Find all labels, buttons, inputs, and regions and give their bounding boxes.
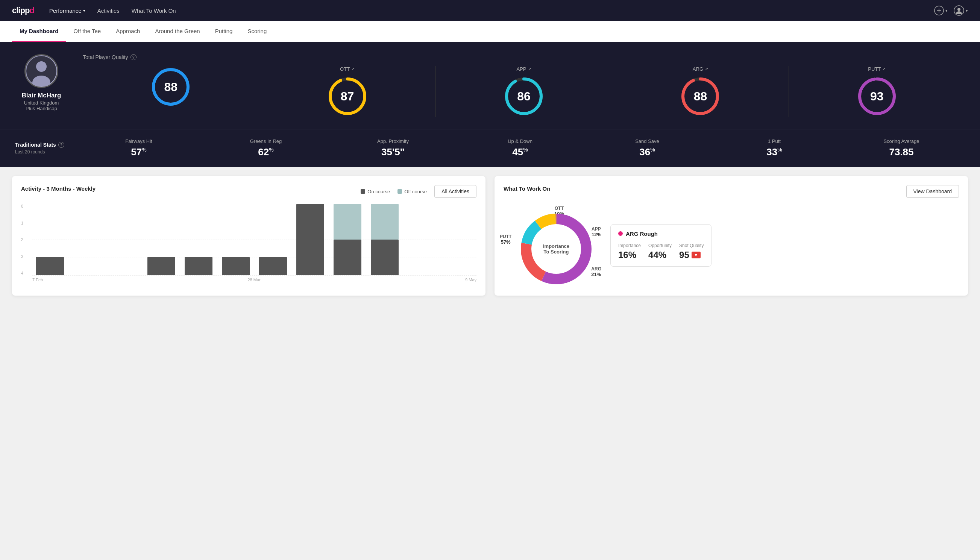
arg-stat-opportunity: Opportunity 44% [648, 243, 672, 260]
donut-center: Importance To Scoring [543, 243, 569, 255]
chevron-down-icon-add: ▾ [945, 8, 948, 13]
ott-arrow-icon: ↗ [351, 67, 354, 72]
stat-items: Fairways Hit 57%Greens In Reg 62%App. Pr… [75, 138, 965, 158]
bar-on-course-5 [222, 257, 250, 275]
nav-performance[interactable]: Performance ▾ [49, 8, 85, 14]
user-menu-button[interactable]: ▾ [954, 5, 968, 16]
bar-group-9 [367, 204, 402, 275]
y-label-1: 1 [21, 221, 23, 225]
stat-item-6: Scoring Average 73.85 [838, 138, 965, 158]
tab-putting[interactable]: Putting [208, 21, 240, 42]
stat-item-3: Up & Down 45% [456, 138, 584, 158]
donut-center-line1: Importance [543, 243, 569, 249]
tab-around-the-green[interactable]: Around the Green [147, 21, 207, 42]
chart-legend: On course Off course [361, 189, 427, 195]
what-to-work-on-card: What To Work On View Dashboard OTT 10% A… [494, 176, 968, 296]
top-navigation: clippd Performance ▾ Activities What To … [0, 0, 980, 21]
tab-scoring[interactable]: Scoring [240, 21, 274, 42]
scores-grid: 88 OTT ↗ 87 [83, 66, 965, 117]
grid-line-0 [32, 275, 476, 276]
tabs-bar: My Dashboard Off the Tee Approach Around… [0, 21, 980, 42]
donut-chart: Importance To Scoring [515, 208, 597, 290]
stats-label: Traditional Stats ? [15, 142, 75, 148]
stats-label-block: Traditional Stats ? Last 20 rounds [15, 142, 75, 155]
player-country: United Kingdom [24, 100, 59, 106]
bar-on-course-4 [185, 257, 213, 275]
activity-chart-card: Activity - 3 Months - Weekly On course O… [12, 176, 486, 296]
y-label-3: 3 [21, 254, 23, 259]
view-dashboard-button[interactable]: View Dashboard [906, 185, 959, 198]
circle-ott: 87 [327, 76, 368, 117]
putt-value: 93 [870, 90, 884, 103]
arg-stat-importance: Importance 16% [618, 243, 641, 260]
bar-on-course-9 [371, 240, 399, 275]
circle-app: 86 [503, 76, 544, 117]
logo-text: clippd [12, 6, 34, 15]
badge-down-icon: ▼ [692, 252, 700, 258]
bar-on-course-3 [147, 257, 175, 275]
logo[interactable]: clippd [12, 6, 34, 15]
activity-card-header: Activity - 3 Months - Weekly On course O… [21, 185, 476, 198]
hero-section: Blair McHarg United Kingdom Plus Handica… [0, 42, 980, 129]
activity-chart-title: Activity - 3 Months - Weekly [21, 185, 95, 192]
legend-off-course: Off course [398, 189, 427, 195]
arg-stats: Importance 16% Opportunity 44% Shot Qual… [618, 243, 704, 260]
app-arrow-icon: ↗ [528, 67, 531, 72]
donut-center-line2: To Scoring [543, 249, 569, 255]
all-activities-button[interactable]: All Activities [434, 185, 476, 198]
arg-arrow-icon: ↗ [705, 67, 708, 72]
arg-stat-shot-quality: Shot Quality 95 ▼ [679, 243, 704, 260]
tab-approach[interactable]: Approach [108, 21, 147, 42]
legend-on-course: On course [361, 189, 390, 195]
overall-value: 88 [164, 80, 178, 94]
stats-sublabel: Last 20 rounds [15, 149, 75, 155]
bar-group-3 [144, 204, 179, 275]
donut-wrapper: OTT 10% APP 12% ARG 21% PUTT 57% [504, 204, 601, 287]
score-app: APP ↗ 86 [436, 66, 612, 117]
player-handicap: Plus Handicap [26, 106, 57, 111]
nav-left: clippd Performance ▾ Activities What To … [12, 6, 176, 15]
stats-info-icon[interactable]: ? [58, 142, 64, 148]
bar-group-11 [441, 204, 476, 275]
scores-section: Total Player Quality ? 88 [83, 54, 965, 117]
arg-stat-importance-value: 16% [618, 250, 641, 260]
player-info: Blair McHarg United Kingdom Plus Handica… [15, 54, 68, 111]
bar-off-course-8 [334, 204, 361, 240]
ott-value: 87 [341, 90, 354, 103]
arg-value: 88 [694, 90, 707, 103]
what-to-work-on-header: What To Work On View Dashboard [504, 185, 959, 198]
nav-activities[interactable]: Activities [97, 8, 120, 14]
legend-on-course-dot [361, 189, 365, 194]
stat-item-5: 1 Putt 33% [711, 138, 838, 158]
bar-chart-inner [21, 204, 476, 275]
player-name: Blair McHarg [22, 92, 61, 99]
circle-overall: 88 [150, 66, 191, 108]
app-value: 86 [517, 90, 531, 103]
putt-arrow-icon: ↗ [882, 67, 885, 72]
score-overall: 88 [83, 66, 259, 117]
donut-section: OTT 10% APP 12% ARG 21% PUTT 57% [504, 204, 959, 287]
nav-what-to-work-on[interactable]: What To Work On [131, 8, 176, 14]
bar-on-course-0 [36, 257, 63, 275]
tab-my-dashboard[interactable]: My Dashboard [12, 21, 66, 42]
x-label-may: 9 May [465, 278, 476, 282]
bar-group-10 [404, 204, 439, 275]
nav-right: ▾ ▾ [934, 5, 968, 16]
tab-off-the-tee[interactable]: Off the Tee [66, 21, 108, 42]
arg-stat-opportunity-value: 44% [648, 250, 672, 260]
add-button[interactable]: ▾ [934, 6, 948, 15]
x-label-feb: 7 Feb [32, 278, 43, 282]
stat-item-2: App. Proximity 35'5" [329, 138, 456, 158]
stat-item-4: Sand Save 36% [584, 138, 711, 158]
info-icon[interactable]: ? [130, 54, 136, 60]
y-label-0: 0 [21, 204, 23, 208]
score-arg: ARG ↗ 88 [612, 66, 789, 117]
nav-links: Performance ▾ Activities What To Work On [49, 8, 176, 14]
ott-label: OTT ↗ [340, 66, 354, 72]
traditional-stats-section: Traditional Stats ? Last 20 rounds Fairw… [0, 129, 980, 167]
arg-dot-icon [618, 231, 623, 236]
bar-group-8 [330, 204, 365, 275]
bar-group-5 [218, 204, 253, 275]
svg-point-4 [36, 61, 47, 72]
y-label-2: 2 [21, 237, 23, 242]
